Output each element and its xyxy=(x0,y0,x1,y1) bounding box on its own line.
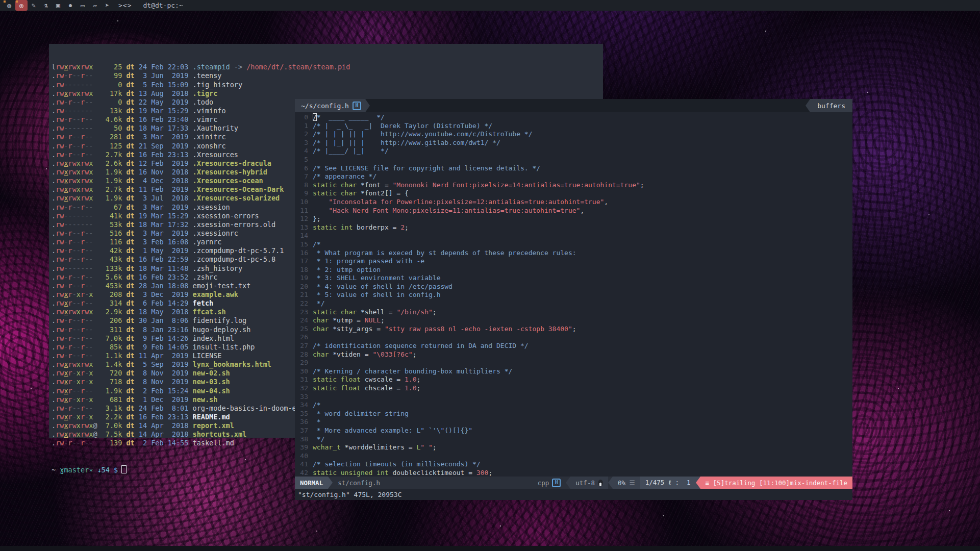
code-line: 5 xyxy=(295,156,852,164)
flask-icon[interactable]: ⚗ xyxy=(40,0,52,11)
powerline-arrow-icon xyxy=(608,477,613,489)
code-line: 11 "Hack Nerd Font Mono:pixelsize=11:ant… xyxy=(295,207,852,215)
code-line: 29 xyxy=(295,359,852,367)
code-line: 31static float cwscale = 1.0; xyxy=(295,375,852,384)
code-line: 19 * 3: SHELL environment variable xyxy=(295,274,852,283)
encoding-segment: utf-8 xyxy=(570,477,608,489)
code-line: 2/* | | | || | http://www.youtube.com/c/… xyxy=(295,130,852,139)
header-file-icon: H xyxy=(353,102,361,110)
code-line: 4/* |____/ |_| */ xyxy=(295,147,852,156)
code-line: 18 * 2: utmp option xyxy=(295,266,852,274)
code-line: 27/* identification sequence returned in… xyxy=(295,342,852,350)
code-line: 36 * xyxy=(295,418,852,427)
display-icon[interactable]: ▭ xyxy=(77,0,89,11)
topbar-icons: ◍◎✎⚗▣⏺▭▱➤ xyxy=(3,0,113,11)
telegram-icon[interactable]: ➤ xyxy=(101,0,113,11)
linux-icon xyxy=(598,480,603,486)
code-line: 35 * word delimiter string xyxy=(295,410,852,418)
camera-icon[interactable]: ⏺ xyxy=(64,0,77,11)
buffers-label: buffers xyxy=(817,102,845,110)
color-picker-icon[interactable]: ✎ xyxy=(28,0,40,11)
filetype-icon: H xyxy=(552,479,561,487)
workspace-badge xyxy=(16,1,18,3)
code-line: 7/* appearance */ xyxy=(295,172,852,181)
tab-label: ~/s/config.h xyxy=(301,102,349,110)
code-line: 9static char *font2[] = { xyxy=(295,189,852,198)
code-line: 33 xyxy=(295,393,852,402)
git-branch-label: ɣmaster∗ xyxy=(60,466,93,474)
scroll-percent: 0% ☰ xyxy=(613,477,640,489)
fish-shell-icon: ><> xyxy=(118,2,132,9)
editor-tabline: ~/s/config.h H buffers xyxy=(295,99,852,112)
code-line: 30/* Kerning / character bounding-box mu… xyxy=(295,367,852,376)
code-line: 38 */ xyxy=(295,435,852,444)
code-line: 15/* xyxy=(295,240,852,249)
powerline-arrow-icon xyxy=(696,477,700,489)
code-line: 34/* xyxy=(295,401,852,410)
code-line: 28char *vtiden = "\033[?6c"; xyxy=(295,350,852,359)
code-line: 41/* selection timeouts (in milliseconds… xyxy=(295,460,852,469)
code-line: 26 xyxy=(295,333,852,342)
code-line: 39wchar_t *worddelimiters = L" "; xyxy=(295,443,852,452)
code-line: 40 xyxy=(295,452,852,461)
code-line: 37 * More advanced example: L" `'\"()[]{… xyxy=(295,427,852,435)
buffers-separator-icon xyxy=(806,99,810,112)
code-line: 3/* | |_| || | http://www.gitlab.com/dwt… xyxy=(295,139,852,147)
commits-behind-label: ↓54 xyxy=(97,466,109,474)
filetype-segment: cppH xyxy=(533,477,566,489)
file-row: lrwxrwxrwx 25 dt 24 Feb 22:03 .steampid … xyxy=(52,63,603,71)
terminal-cursor xyxy=(121,465,127,473)
code-line: 12}; xyxy=(295,215,852,223)
code-line: 10 "Inconsolata for Powerline:pixelsize=… xyxy=(295,198,852,207)
tab-config-h[interactable]: ~/s/config.h H xyxy=(295,99,365,112)
tab-separator-icon xyxy=(365,99,370,112)
code-line: 13static int borderpx = 2; xyxy=(295,223,852,232)
prompt-symbol: $ xyxy=(114,466,118,474)
file-manager-icon[interactable]: ▱ xyxy=(89,0,101,11)
code-line: 20 * 4: value of shell in /etc/passwd xyxy=(295,283,852,291)
code-line: 6/* See LICENSE file for copyright and l… xyxy=(295,164,852,173)
powerline-arrow-icon xyxy=(566,477,570,489)
code-line: 8static char *font = "Mononoki Nerd Font… xyxy=(295,181,852,190)
command-message-line: "st/config.h" 475L, 20953C xyxy=(295,489,852,500)
code-line: 22 */ xyxy=(295,299,852,308)
code-line: 16 * What program is execed by st depend… xyxy=(295,249,852,258)
cursor-position: 1/475 ℓ : 1 xyxy=(640,477,696,489)
code-line: 32static float chscale = 1.0; xyxy=(295,384,852,393)
file-row: .rw------- 0 dt 5 Feb 15:09 .tig_history xyxy=(52,81,603,89)
browser-icon[interactable]: ◍ xyxy=(3,0,15,11)
code-line: 25char *stty_args = "stty raw pass8 nl -… xyxy=(295,325,852,334)
code-line: 24char *utmp = NULL; xyxy=(295,316,852,325)
whitespace-warning-badge: ≡ [5]trailing [11:100]mix-indent-file xyxy=(700,477,852,489)
statusline-filename: st/config.h xyxy=(333,477,385,489)
code-area[interactable]: 0/* ____ _____ */1/* | _ \_ _| Derek Tay… xyxy=(295,112,852,477)
statusline: NORMAL st/config.h cppH utf-8 0% ☰ 1/475… xyxy=(295,477,852,489)
target-icon[interactable]: ◎ xyxy=(15,0,28,11)
bottom-strip xyxy=(0,546,980,551)
file-row: .rwxrwxrwx 17k dt 13 Aug 2018 .tigrc xyxy=(52,89,603,98)
buffers-tab[interactable]: buffers xyxy=(810,99,852,112)
prompt-path: ~ xyxy=(52,466,56,474)
editor-window[interactable]: ~/s/config.h H buffers 0/* ____ _____ */… xyxy=(295,99,852,500)
top-bar: ◍◎✎⚗▣⏺▭▱➤ ><> dt@dt-pc:~ xyxy=(0,0,980,11)
code-line: 17 * 1: program passed with -e xyxy=(295,257,852,266)
image-viewer-icon[interactable]: ▣ xyxy=(52,0,64,11)
code-line: 1/* | _ \_ _| Derek Taylor (DistroTube) … xyxy=(295,122,852,131)
file-row: .rw-r--r-- 99 dt 3 Jun 2019 .teensy xyxy=(52,71,603,80)
mode-indicator: NORMAL xyxy=(295,477,328,489)
code-line: 42static unsigned int doubleclicktimeout… xyxy=(295,469,852,477)
workspace-badge xyxy=(4,1,6,3)
window-title: dt@dt-pc:~ xyxy=(143,2,183,9)
code-line: 23static char *shell = "/bin/sh"; xyxy=(295,308,852,317)
code-line: 14 xyxy=(295,232,852,240)
powerline-arrow-icon xyxy=(328,477,333,489)
code-line: 21 * 5: value of shell in config.h xyxy=(295,291,852,299)
code-line: 0/* ____ _____ */ xyxy=(295,113,852,122)
